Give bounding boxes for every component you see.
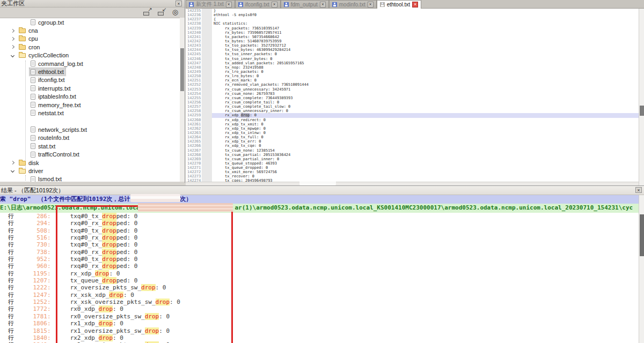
result-row[interactable]: 行516:rxq#0_rx_dropped: 0 <box>0 234 639 241</box>
tree-item-network_scripts.txt[interactable]: network_scripts.txt <box>0 125 180 133</box>
editor-line[interactable]: 142241 tx_packets: 507354668642 <box>186 35 639 39</box>
tree-item-ethtool.txt[interactable]: ethtool.txt <box>0 68 180 76</box>
result-row[interactable]: 行294:rxq#0_rx_dropped: 0 <box>0 220 639 227</box>
close-icon[interactable]: × <box>635 187 642 193</box>
tree-item-netstat.txt[interactable]: netstat.txt <box>0 109 180 117</box>
editor-line[interactable]: 142269 tx_csum_partial_inner: 0 <box>186 157 639 161</box>
editor-line[interactable]: 142254 rx_csum_none: 26759783 <box>186 92 639 96</box>
result-row[interactable]: 行1781:rx0_oversize_pkts_sw_drop: 0 <box>0 313 639 320</box>
editor-line[interactable]: 142236ethtool -S enp1s0f0 <box>186 13 639 17</box>
editor-line[interactable]: 142272 tx_xmit_more: 569724756 <box>186 170 639 174</box>
chevron-right-icon[interactable] <box>11 45 14 49</box>
search-file-path-line[interactable]: E:\日志\armod0523.odata.ncmp.unicom.locaar… <box>0 204 644 213</box>
tab-ifconfig.txt[interactable]: ifconfig.txt× <box>235 0 281 8</box>
editor-line[interactable]: 142239 rx_packets: 736510395147 <box>186 26 639 31</box>
chevron-right-icon[interactable] <box>11 29 14 33</box>
tab-modinfo.txt[interactable]: modinfo.txt× <box>329 0 377 8</box>
result-row[interactable]: 行1252:rx_xsk_oversize_pkts_sw_drop: 0 <box>0 299 639 305</box>
expand-all-icon[interactable]: ↗ <box>143 9 152 16</box>
result-row[interactable]: 行1195:rx_xdp_drop: 0 <box>0 270 639 277</box>
result-row[interactable]: 行1207:tx_queue_dropped: 0 <box>0 277 639 284</box>
tree-item-ifconfig.txt[interactable]: ifconfig.txt <box>0 76 180 84</box>
editor-line[interactable]: 142273 tx_recover: 0 <box>186 174 639 178</box>
results-scrollbar[interactable] <box>639 195 644 343</box>
editor-line[interactable]: 142265 rx_xdp_tx_err: 0 <box>186 139 639 144</box>
editor-line[interactable]: 142255 rx_csum_complete: 736449389393 <box>186 96 639 100</box>
tree-item-cgroup.txt[interactable]: cgroup.txt <box>0 18 180 26</box>
editor-line[interactable]: 142249 rx_lro_packets: 0 <box>186 70 639 74</box>
tab-ethtool.txt[interactable]: ethtool.txt× <box>377 0 421 9</box>
editor-line[interactable]: 142253 rx_csum_unnecessary: 34245971 <box>186 87 639 92</box>
editor-line[interactable]: 142271 tx_queue_dropped: 0 <box>186 166 639 170</box>
editor-line[interactable]: 142246 tx_tso_inner_bytes: 0 <box>186 57 639 61</box>
editor-line[interactable]: 142235} <box>186 9 639 13</box>
editor-line[interactable]: 142260 rx_xdp_redirect: 0 <box>186 118 639 122</box>
tree-scrollbar-thumb[interactable] <box>180 48 184 91</box>
editor-line[interactable]: 142242 tx_bytes: 514607839753959 <box>186 39 639 43</box>
editor-line[interactable]: 142268 tx_csum_partial: 205153836424 <box>186 153 639 157</box>
close-icon[interactable]: × <box>320 2 326 8</box>
chevron-right-icon[interactable] <box>11 37 14 41</box>
collapse-all-icon[interactable]: ↙ <box>158 9 166 16</box>
tree-item-interrupts.txt[interactable]: interrupts.txt <box>0 84 180 92</box>
tab-新文件 1.txt[interactable]: 新文件 1.txt× <box>186 0 235 8</box>
chevron-right-icon[interactable] <box>11 161 14 165</box>
close-icon[interactable]: × <box>368 2 374 8</box>
tree-item-driver[interactable]: driver <box>0 167 180 175</box>
tree-item-routeInfo.txt[interactable]: routeInfo.txt <box>0 134 180 142</box>
results-scrollbar-thumb[interactable] <box>640 214 644 256</box>
editor-line[interactable]: 142258 rx_csum_unnecessary_inner: 0 <box>186 109 639 113</box>
editor-line[interactable]: 142240 rx_bytes: 735960572057411 <box>186 31 639 35</box>
result-row[interactable]: 行1772:rx0_xdp_drop: 0 <box>0 305 639 312</box>
editor-line[interactable]: 142264 rx_xdp_tx_full: 0 <box>186 135 639 139</box>
tree-item-lsmod.txt[interactable]: lsmod.txt <box>0 175 180 182</box>
editor-line[interactable]: 142261 rx_xdp_tx_xmit: 0 <box>186 122 639 126</box>
editor-line[interactable]: 142252 rx_removed_vlan_packets: 73651009… <box>186 83 639 87</box>
tree-item-cyclicCollection[interactable]: cyclicCollection <box>0 51 180 59</box>
editor-line[interactable]: 142247 tx_added_vlan_packets: 2051659571… <box>186 61 639 65</box>
result-row[interactable]: 行508:txq#0_tx_dropped: 0 <box>0 227 639 234</box>
editor-line[interactable]: 142248 tx_nop: 232419588 <box>186 65 639 70</box>
editor-line[interactable]: 142243 tx_tso_packets: 35272932712 <box>186 43 639 48</box>
editor-line[interactable]: 142250 rx_lro_bytes: 0 <box>186 74 639 78</box>
close-icon[interactable]: × <box>412 2 418 8</box>
editor-body[interactable]: 142235}142236ethtool -S enp1s0f0142237{1… <box>186 9 639 187</box>
result-row[interactable]: 行286:txq#0_tx_dropped: 0 <box>0 213 639 220</box>
search-summary-line[interactable]: 索 "drop" （1个文件中匹配到10192次，总计次） <box>0 195 644 204</box>
editor-line[interactable]: 142270 tx_queue_stopped: 46393 <box>186 161 639 166</box>
tree-scrollbar[interactable] <box>180 18 185 182</box>
tree-item-cpu[interactable]: cpu <box>0 35 180 43</box>
result-row[interactable]: 行960:rxq#0_rx_dropped: 0 <box>0 263 639 270</box>
editor-line[interactable]: 142244 tx_tso_bytes: 463099429284214 <box>186 48 639 52</box>
close-icon[interactable]: × <box>175 1 182 6</box>
editor-line[interactable]: 142259 rx_xdp_drop: 0 <box>186 113 639 117</box>
editor-line[interactable]: 142237{ <box>186 17 639 21</box>
tree-item-disk[interactable]: disk <box>0 159 180 167</box>
editor-line[interactable]: 142267 tx_csum_none: 12385154 <box>186 148 639 153</box>
tree-item-memory_free.txt[interactable]: memory_free.txt <box>0 101 180 109</box>
chevron-down-icon[interactable] <box>11 169 14 173</box>
result-row[interactable]: 行1247:rx_xsk_xdp_drop: 0 <box>0 292 639 299</box>
result-row[interactable]: 行1815:rx1_oversize_pkts_sw_drop: 0 <box>0 327 639 334</box>
editor-scrollbar-thumb[interactable] <box>640 106 644 116</box>
tree-item-cna[interactable]: cna <box>0 26 180 34</box>
editor-line[interactable]: 142238NIC statistics: <box>186 21 639 26</box>
close-icon[interactable]: × <box>272 2 277 8</box>
editor-line[interactable]: 142251 rx_ecn_mark: 0 <box>186 78 639 83</box>
close-icon[interactable]: × <box>226 2 232 8</box>
editor-vertical-scrollbar[interactable] <box>639 9 644 185</box>
editor-line[interactable]: 142266 rx_xdp_tx_cqe: 0 <box>186 144 639 148</box>
result-row[interactable]: 行952:txq#0_tx_dropped: 0 <box>0 256 639 263</box>
result-row[interactable]: 行1840:rx2_xdp_drop: 0 <box>0 334 639 341</box>
tab-fdm_output[interactable]: fdm_output× <box>281 0 329 8</box>
tree-item-iptablesInfo.txt[interactable]: iptablesInfo.txt <box>0 93 180 101</box>
result-row[interactable]: 行1222:rx_oversize_pkts_sw_drop: 0 <box>0 284 639 291</box>
editor-line[interactable]: 142256 rx_csum_complete_tail: 0 <box>186 100 639 105</box>
editor-line[interactable]: 142257 rx_csum_complete_tail_slow: 0 <box>186 105 639 109</box>
locate-file-icon[interactable]: ◎ <box>172 9 178 16</box>
editor-horizontal-scrollbar[interactable] <box>186 182 639 185</box>
editor-line[interactable]: 142263 rx_xdp_tx_inlnw: 0 <box>186 131 639 135</box>
editor-line[interactable]: 142245 tx_tso_inner_packets: 0 <box>186 52 639 56</box>
tree-item-cron[interactable]: cron <box>0 43 180 51</box>
tree-item-stat.txt[interactable]: stat.txt <box>0 142 180 150</box>
